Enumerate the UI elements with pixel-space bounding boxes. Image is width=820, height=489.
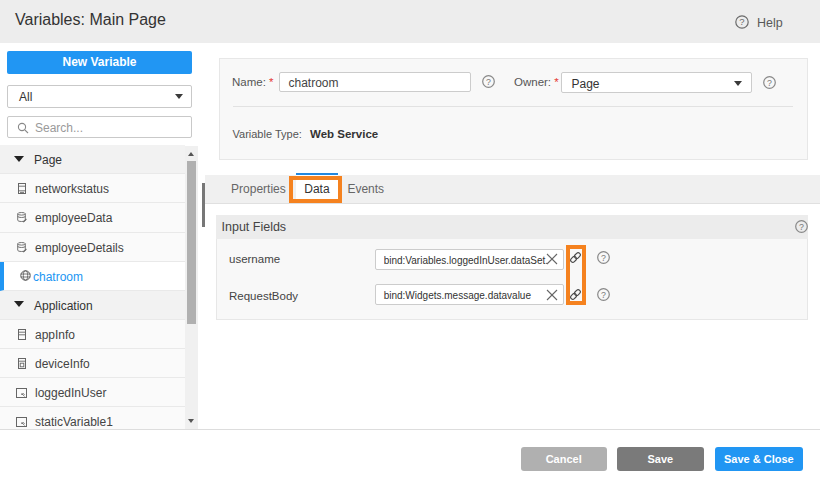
svg-text:?: ?	[601, 253, 606, 263]
svg-text:?: ?	[486, 76, 491, 86]
svg-text:?: ?	[767, 77, 772, 87]
svg-text:?: ?	[601, 290, 606, 300]
svg-text:?: ?	[799, 222, 804, 232]
svg-text:?: ?	[739, 16, 744, 27]
